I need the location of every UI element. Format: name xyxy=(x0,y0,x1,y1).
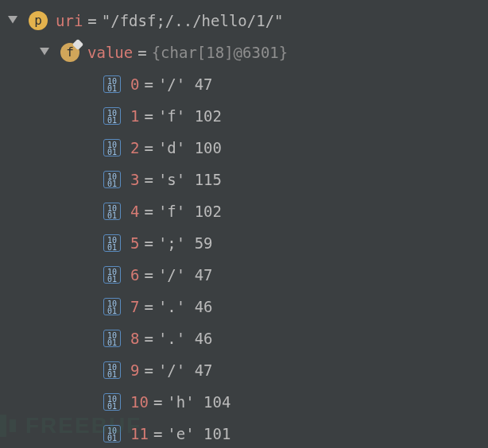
array-value: 'd' 100 xyxy=(158,132,222,164)
equals-sign: = xyxy=(144,68,153,100)
array-entry-row[interactable]: 10012='d' 100 xyxy=(0,132,488,164)
primitive-icon: 1001 xyxy=(103,234,121,252)
parameter-icon: p xyxy=(29,11,48,30)
variable-value: {char[18]@6301} xyxy=(152,37,289,68)
equals-sign: = xyxy=(144,195,153,227)
array-index: 3 xyxy=(130,164,139,195)
array-value: '/' 47 xyxy=(158,68,213,100)
primitive-icon: 1001 xyxy=(103,203,121,220)
primitive-icon: 1001 xyxy=(103,393,121,411)
field-icon: f xyxy=(60,43,79,62)
equals-sign: = xyxy=(144,132,153,164)
array-entry-row[interactable]: 10011='f' 102 xyxy=(0,100,488,132)
equals-sign: = xyxy=(153,386,162,418)
variable-row-uri[interactable]: p uri = "/fdsf;/../hello/1/" xyxy=(0,5,488,37)
array-entry-row[interactable]: 100111='e' 101 xyxy=(0,418,488,448)
variable-name: uri xyxy=(56,5,83,37)
array-index: 10 xyxy=(130,386,149,418)
expand-toggle-icon[interactable] xyxy=(37,44,52,60)
primitive-icon: 1001 xyxy=(103,171,121,188)
array-index: 11 xyxy=(130,418,149,448)
debugger-variables-tree: p uri = "/fdsf;/../hello/1/" f value = {… xyxy=(0,0,488,448)
array-index: 6 xyxy=(130,259,139,291)
array-value: 's' 115 xyxy=(158,164,222,195)
array-index: 5 xyxy=(130,227,139,259)
primitive-icon: 1001 xyxy=(103,361,121,379)
primitive-icon: 1001 xyxy=(103,75,121,93)
array-entry-row[interactable]: 10017='.' 46 xyxy=(0,291,488,322)
equals-sign: = xyxy=(153,418,162,448)
array-value: '/' 47 xyxy=(158,354,213,386)
equals-sign: = xyxy=(144,164,153,195)
primitive-icon: 1001 xyxy=(103,425,121,442)
equals-sign: = xyxy=(144,322,153,354)
equals-sign: = xyxy=(137,37,146,68)
primitive-icon: 1001 xyxy=(103,266,121,284)
variable-row-value[interactable]: f value = {char[18]@6301} xyxy=(0,37,488,68)
array-entry-row[interactable]: 10018='.' 46 xyxy=(0,322,488,354)
primitive-icon: 1001 xyxy=(103,298,121,315)
array-entry-row[interactable]: 10015=';' 59 xyxy=(0,227,488,259)
char-array-entries: 10010='/' 4710011='f' 10210012='d' 10010… xyxy=(0,68,488,448)
variable-name: value xyxy=(87,37,133,68)
equals-sign: = xyxy=(144,259,153,291)
array-index: 4 xyxy=(130,195,139,227)
array-index: 7 xyxy=(130,291,139,322)
equals-sign: = xyxy=(144,227,153,259)
array-value: 'f' 102 xyxy=(158,195,222,227)
primitive-icon: 1001 xyxy=(103,107,121,125)
array-value: '/' 47 xyxy=(158,259,213,291)
equals-sign: = xyxy=(144,291,153,322)
array-entry-row[interactable]: 10010='/' 47 xyxy=(0,68,488,100)
array-entry-row[interactable]: 10013='s' 115 xyxy=(0,164,488,195)
array-entry-row[interactable]: 10016='/' 47 xyxy=(0,259,488,291)
array-index: 2 xyxy=(130,132,139,164)
array-value: 'f' 102 xyxy=(158,100,222,132)
array-index: 0 xyxy=(130,68,139,100)
array-entry-row[interactable]: 10014='f' 102 xyxy=(0,195,488,227)
array-entry-row[interactable]: 100110='h' 104 xyxy=(0,386,488,418)
array-value: '.' 46 xyxy=(158,291,213,322)
array-index: 1 xyxy=(130,100,139,132)
equals-sign: = xyxy=(144,354,153,386)
variable-value: "/fdsf;/../hello/1/" xyxy=(102,5,284,37)
equals-sign: = xyxy=(144,100,153,132)
array-value: ';' 59 xyxy=(158,227,213,259)
equals-sign: = xyxy=(87,5,96,37)
array-entry-row[interactable]: 10019='/' 47 xyxy=(0,354,488,386)
array-value: 'h' 104 xyxy=(167,386,230,418)
array-value: '.' 46 xyxy=(158,322,213,354)
primitive-icon: 1001 xyxy=(103,330,121,347)
primitive-icon: 1001 xyxy=(103,139,121,156)
expand-toggle-icon[interactable] xyxy=(5,13,21,29)
array-index: 8 xyxy=(130,322,139,354)
array-value: 'e' 101 xyxy=(167,418,230,448)
array-index: 9 xyxy=(130,354,139,386)
